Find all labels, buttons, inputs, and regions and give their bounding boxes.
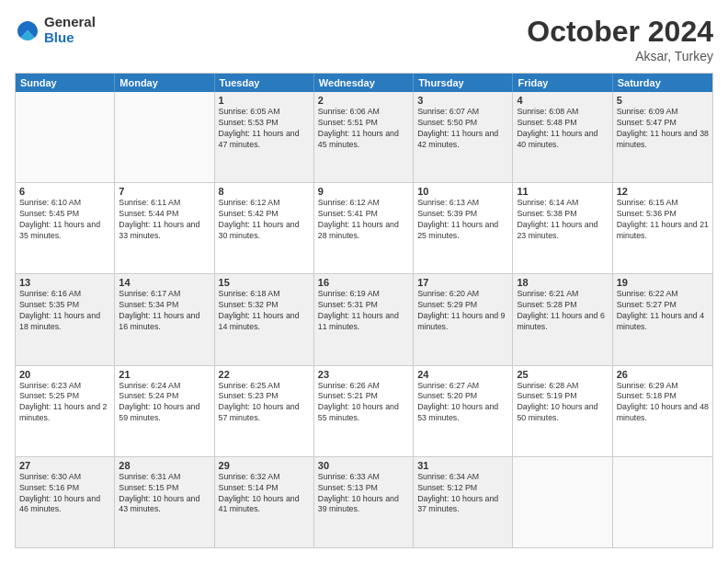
- day-number: 11: [517, 186, 608, 197]
- day-number: 28: [119, 460, 210, 471]
- cell-info: Sunrise: 6:18 AMSunset: 5:32 PMDaylight:…: [219, 289, 310, 333]
- cell-info: Sunrise: 6:27 AMSunset: 5:20 PMDaylight:…: [417, 381, 508, 425]
- calendar-cell: 16Sunrise: 6:19 AMSunset: 5:31 PMDayligh…: [314, 274, 414, 364]
- day-number: 23: [318, 369, 409, 380]
- day-number: 10: [417, 186, 508, 197]
- month-title: October 2024: [527, 15, 713, 49]
- calendar-cell: 31Sunrise: 6:34 AMSunset: 5:12 PMDayligh…: [414, 457, 513, 547]
- weekday-header-tuesday: Tuesday: [215, 74, 314, 92]
- cell-info: Sunrise: 6:14 AMSunset: 5:38 PMDaylight:…: [517, 198, 608, 242]
- cell-info: Sunrise: 6:08 AMSunset: 5:48 PMDaylight:…: [517, 107, 608, 151]
- calendar-cell: [115, 92, 214, 182]
- day-number: 5: [617, 95, 709, 106]
- day-number: 29: [219, 460, 310, 471]
- location-title: Aksar, Turkey: [527, 49, 713, 63]
- calendar-cell: 21Sunrise: 6:24 AMSunset: 5:24 PMDayligh…: [115, 366, 214, 456]
- logo-general-text: General: [44, 15, 96, 30]
- day-number: 12: [617, 186, 709, 197]
- cell-info: Sunrise: 6:15 AMSunset: 5:36 PMDaylight:…: [617, 198, 709, 242]
- calendar-cell: 13Sunrise: 6:16 AMSunset: 5:35 PMDayligh…: [16, 274, 115, 364]
- header: General Blue October 2024 Aksar, Turkey: [15, 15, 713, 63]
- calendar-cell: 8Sunrise: 6:12 AMSunset: 5:42 PMDaylight…: [215, 183, 314, 273]
- weekday-header-thursday: Thursday: [414, 74, 513, 92]
- calendar-row-4: 27Sunrise: 6:30 AMSunset: 5:16 PMDayligh…: [16, 456, 712, 547]
- day-number: 21: [119, 369, 210, 380]
- calendar-cell: 29Sunrise: 6:32 AMSunset: 5:14 PMDayligh…: [215, 457, 314, 547]
- day-number: 19: [617, 277, 709, 288]
- cell-info: Sunrise: 6:06 AMSunset: 5:51 PMDaylight:…: [318, 107, 409, 151]
- cell-info: Sunrise: 6:19 AMSunset: 5:31 PMDaylight:…: [318, 289, 409, 333]
- cell-info: Sunrise: 6:11 AMSunset: 5:44 PMDaylight:…: [119, 198, 210, 242]
- calendar-cell: 9Sunrise: 6:12 AMSunset: 5:41 PMDaylight…: [314, 183, 414, 273]
- calendar-cell: 25Sunrise: 6:28 AMSunset: 5:19 PMDayligh…: [513, 366, 612, 456]
- cell-info: Sunrise: 6:07 AMSunset: 5:50 PMDaylight:…: [417, 107, 508, 151]
- cell-info: Sunrise: 6:32 AMSunset: 5:14 PMDaylight:…: [219, 472, 310, 516]
- day-number: 9: [318, 186, 409, 197]
- cell-info: Sunrise: 6:09 AMSunset: 5:47 PMDaylight:…: [617, 107, 709, 151]
- calendar-cell: 24Sunrise: 6:27 AMSunset: 5:20 PMDayligh…: [414, 366, 513, 456]
- cell-info: Sunrise: 6:10 AMSunset: 5:45 PMDaylight:…: [19, 198, 110, 242]
- cell-info: Sunrise: 6:24 AMSunset: 5:24 PMDaylight:…: [119, 381, 210, 425]
- cell-info: Sunrise: 6:28 AMSunset: 5:19 PMDaylight:…: [517, 381, 608, 425]
- day-number: 25: [517, 369, 608, 380]
- day-number: 16: [318, 277, 409, 288]
- day-number: 8: [219, 186, 310, 197]
- weekday-header-saturday: Saturday: [613, 74, 712, 92]
- calendar-cell: 6Sunrise: 6:10 AMSunset: 5:45 PMDaylight…: [16, 183, 115, 273]
- weekday-header-sunday: Sunday: [16, 74, 115, 92]
- day-number: 3: [417, 95, 508, 106]
- calendar-cell: 3Sunrise: 6:07 AMSunset: 5:50 PMDaylight…: [414, 92, 513, 182]
- calendar-body: 1Sunrise: 6:05 AMSunset: 5:53 PMDaylight…: [16, 92, 712, 547]
- title-block: October 2024 Aksar, Turkey: [527, 15, 713, 63]
- day-number: 30: [318, 460, 409, 471]
- cell-info: Sunrise: 6:33 AMSunset: 5:13 PMDaylight:…: [318, 472, 409, 516]
- calendar-row-3: 20Sunrise: 6:23 AMSunset: 5:25 PMDayligh…: [16, 365, 712, 456]
- cell-info: Sunrise: 6:29 AMSunset: 5:18 PMDaylight:…: [617, 381, 709, 425]
- calendar-cell: 2Sunrise: 6:06 AMSunset: 5:51 PMDaylight…: [314, 92, 414, 182]
- cell-info: Sunrise: 6:17 AMSunset: 5:34 PMDaylight:…: [119, 289, 210, 333]
- page: General Blue October 2024 Aksar, Turkey …: [0, 0, 728, 563]
- calendar-cell: 1Sunrise: 6:05 AMSunset: 5:53 PMDaylight…: [215, 92, 314, 182]
- day-number: 15: [219, 277, 310, 288]
- calendar-cell: 4Sunrise: 6:08 AMSunset: 5:48 PMDaylight…: [513, 92, 612, 182]
- calendar-cell: 28Sunrise: 6:31 AMSunset: 5:15 PMDayligh…: [115, 457, 214, 547]
- day-number: 24: [417, 369, 508, 380]
- calendar-cell: 14Sunrise: 6:17 AMSunset: 5:34 PMDayligh…: [115, 274, 214, 364]
- day-number: 14: [119, 277, 210, 288]
- calendar-header: SundayMondayTuesdayWednesdayThursdayFrid…: [16, 74, 712, 92]
- weekday-header-friday: Friday: [513, 74, 612, 92]
- calendar-cell: 20Sunrise: 6:23 AMSunset: 5:25 PMDayligh…: [16, 366, 115, 456]
- calendar-cell: 17Sunrise: 6:20 AMSunset: 5:29 PMDayligh…: [414, 274, 513, 364]
- day-number: 31: [417, 460, 508, 471]
- cell-info: Sunrise: 6:12 AMSunset: 5:41 PMDaylight:…: [318, 198, 409, 242]
- cell-info: Sunrise: 6:13 AMSunset: 5:39 PMDaylight:…: [417, 198, 508, 242]
- calendar-row-0: 1Sunrise: 6:05 AMSunset: 5:53 PMDaylight…: [16, 92, 712, 182]
- cell-info: Sunrise: 6:23 AMSunset: 5:25 PMDaylight:…: [19, 381, 110, 425]
- calendar-row-1: 6Sunrise: 6:10 AMSunset: 5:45 PMDaylight…: [16, 182, 712, 273]
- cell-info: Sunrise: 6:25 AMSunset: 5:23 PMDaylight:…: [219, 381, 310, 425]
- calendar-cell: 18Sunrise: 6:21 AMSunset: 5:28 PMDayligh…: [513, 274, 612, 364]
- cell-info: Sunrise: 6:34 AMSunset: 5:12 PMDaylight:…: [417, 472, 508, 516]
- calendar-cell: 15Sunrise: 6:18 AMSunset: 5:32 PMDayligh…: [215, 274, 314, 364]
- cell-info: Sunrise: 6:31 AMSunset: 5:15 PMDaylight:…: [119, 472, 210, 516]
- day-number: 6: [19, 186, 110, 197]
- calendar: SundayMondayTuesdayWednesdayThursdayFrid…: [15, 73, 713, 548]
- cell-info: Sunrise: 6:26 AMSunset: 5:21 PMDaylight:…: [318, 381, 409, 425]
- calendar-cell: 30Sunrise: 6:33 AMSunset: 5:13 PMDayligh…: [314, 457, 414, 547]
- day-number: 2: [318, 95, 409, 106]
- day-number: 18: [517, 277, 608, 288]
- calendar-cell: 12Sunrise: 6:15 AMSunset: 5:36 PMDayligh…: [613, 183, 712, 273]
- calendar-cell: 19Sunrise: 6:22 AMSunset: 5:27 PMDayligh…: [613, 274, 712, 364]
- calendar-row-2: 13Sunrise: 6:16 AMSunset: 5:35 PMDayligh…: [16, 273, 712, 364]
- calendar-cell: 27Sunrise: 6:30 AMSunset: 5:16 PMDayligh…: [16, 457, 115, 547]
- logo-blue-text: Blue: [44, 30, 96, 46]
- calendar-cell: 10Sunrise: 6:13 AMSunset: 5:39 PMDayligh…: [414, 183, 513, 273]
- cell-info: Sunrise: 6:16 AMSunset: 5:35 PMDaylight:…: [19, 289, 110, 333]
- calendar-cell: 11Sunrise: 6:14 AMSunset: 5:38 PMDayligh…: [513, 183, 612, 273]
- calendar-cell: [613, 457, 712, 547]
- day-number: 13: [19, 277, 110, 288]
- cell-info: Sunrise: 6:21 AMSunset: 5:28 PMDaylight:…: [517, 289, 608, 333]
- day-number: 20: [19, 369, 110, 380]
- day-number: 7: [119, 186, 210, 197]
- calendar-cell: 22Sunrise: 6:25 AMSunset: 5:23 PMDayligh…: [215, 366, 314, 456]
